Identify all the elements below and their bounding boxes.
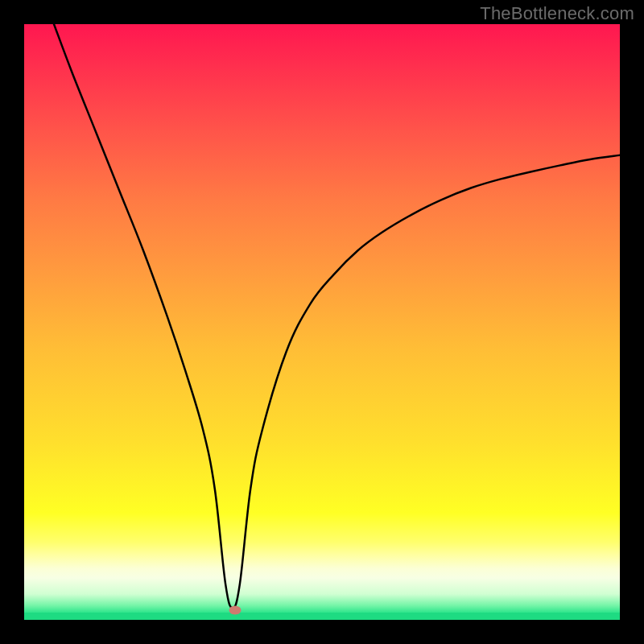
optimal-point bbox=[229, 606, 241, 615]
watermark-text: TheBottleneck.com bbox=[480, 3, 634, 24]
curve-path bbox=[54, 24, 620, 608]
plot-area bbox=[24, 24, 620, 620]
bottleneck-curve bbox=[24, 24, 620, 620]
chart-frame: TheBottleneck.com bbox=[0, 0, 644, 644]
